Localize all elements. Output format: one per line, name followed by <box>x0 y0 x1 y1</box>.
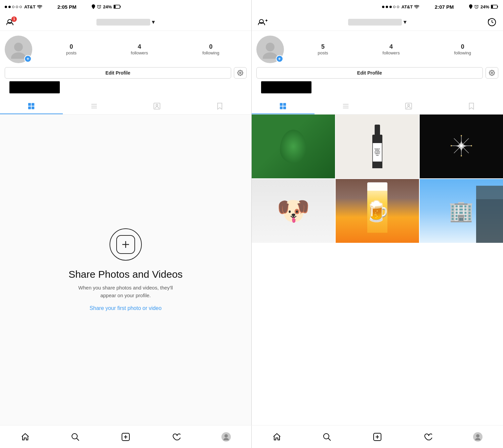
right-profile-section: + 5 posts 4 followers 0 follo <box>252 31 503 99</box>
left-username-text <box>96 19 150 26</box>
right-bottom-nav <box>252 425 503 448</box>
photo-fireworks[interactable] <box>420 115 503 178</box>
svg-point-63 <box>475 438 480 440</box>
left-posts-stat[interactable]: 0 posts <box>66 43 77 55</box>
right-nav-heart[interactable] <box>403 425 453 448</box>
left-dropdown-chevron: ▾ <box>152 19 155 25</box>
right-tab-grid[interactable] <box>252 99 315 114</box>
grid-icon-right <box>279 102 287 110</box>
right-tab-bar <box>252 99 503 115</box>
svg-point-21 <box>416 8 417 9</box>
rdot1 <box>382 6 384 8</box>
left-nav-search[interactable] <box>50 425 101 448</box>
left-name-bar <box>9 81 60 93</box>
left-nav-profile[interactable] <box>201 425 251 448</box>
right-nav-home[interactable] <box>252 425 302 448</box>
right-signal-icons: AT&T <box>382 4 420 9</box>
svg-point-55 <box>224 434 228 438</box>
left-nav-avatar <box>221 432 231 442</box>
right-right-status: 24% <box>469 4 498 9</box>
left-followers-count: 4 <box>138 43 141 50</box>
right-nav-bar: ▾ <box>252 13 503 31</box>
location-icon-left <box>92 4 95 9</box>
svg-rect-13 <box>32 106 34 109</box>
left-profile-top: + 0 posts 4 followers 0 follo <box>5 36 247 63</box>
right-followers-stat[interactable]: 4 followers <box>382 43 400 55</box>
add-user-button-right[interactable] <box>256 16 269 29</box>
right-name-bar <box>261 81 311 93</box>
heart-icon-left <box>172 433 180 441</box>
dot1 <box>5 6 7 8</box>
right-nav-add[interactable] <box>352 425 403 448</box>
right-profile-buttons: Edit Profile <box>256 67 499 79</box>
rdot2 <box>386 6 388 8</box>
svg-point-7 <box>14 43 23 51</box>
svg-point-0 <box>39 8 40 9</box>
svg-rect-11 <box>32 103 34 106</box>
right-tab-tagged[interactable] <box>377 99 440 114</box>
photo-building[interactable] <box>420 179 503 243</box>
svg-point-8 <box>11 52 26 59</box>
right-avatar-add-button[interactable]: + <box>276 55 283 62</box>
svg-point-30 <box>263 52 278 59</box>
right-posts-stat[interactable]: 5 posts <box>318 43 328 55</box>
left-following-label: following <box>202 50 219 55</box>
right-avatar-wrap: + <box>256 36 284 63</box>
right-posts-count: 5 <box>321 43 325 50</box>
add-icon-left <box>121 433 130 441</box>
gear-icon-left <box>237 70 243 76</box>
left-tab-grid[interactable] <box>0 99 63 114</box>
person-tag-icon-right <box>405 102 412 110</box>
left-settings-button[interactable] <box>234 67 247 79</box>
right-nav-search[interactable] <box>302 425 352 448</box>
right-following-stat[interactable]: 0 following <box>454 43 471 55</box>
photo-bottle[interactable]: TICKETYBREWJASMINEGREEN TEA <box>336 115 419 178</box>
plus-icon <box>121 240 130 249</box>
left-nav-heart[interactable] <box>151 425 201 448</box>
right-tab-list[interactable] <box>315 99 377 114</box>
left-edit-profile-button[interactable]: Edit Profile <box>5 67 231 79</box>
svg-point-50 <box>72 434 77 439</box>
left-following-count: 0 <box>209 43 212 50</box>
left-phone-panel: AT&T 2:05 PM 24% <box>0 0 251 425</box>
svg-point-31 <box>491 72 493 74</box>
right-edit-profile-button[interactable]: Edit Profile <box>256 67 483 79</box>
left-username-dropdown[interactable]: ▾ <box>96 19 155 26</box>
right-photo-content: TICKETYBREWJASMINEGREEN TEA <box>252 115 503 425</box>
left-nav-bar: 1 ▾ <box>0 13 251 31</box>
left-avatar-add-button[interactable]: + <box>24 55 32 62</box>
left-nav-home[interactable] <box>0 425 50 448</box>
right-username-dropdown[interactable]: ▾ <box>348 19 406 26</box>
photo-dog[interactable]: 🐶 <box>252 179 335 243</box>
left-following-stat[interactable]: 0 following <box>202 43 219 55</box>
photo-beer[interactable] <box>336 179 419 243</box>
right-status-bar: AT&T 2:07 PM 24% <box>252 0 503 13</box>
rdot5 <box>397 6 399 8</box>
right-nav-profile[interactable] <box>453 425 503 448</box>
share-first-photo-link[interactable]: Share your first photo or video <box>90 305 162 311</box>
left-tab-saved[interactable] <box>188 99 251 114</box>
left-tab-list[interactable] <box>63 99 126 114</box>
photo-egg[interactable] <box>252 115 335 178</box>
left-followers-stat[interactable]: 4 followers <box>131 43 148 55</box>
svg-point-45 <box>460 144 463 147</box>
svg-rect-24 <box>491 5 493 8</box>
add-user-button-left[interactable]: 1 <box>5 16 17 29</box>
grid-icon-left <box>28 102 35 110</box>
wifi-icon-right <box>414 5 419 9</box>
right-phone-panel: AT&T 2:07 PM 24% <box>252 0 503 425</box>
left-nav-add[interactable] <box>100 425 151 448</box>
bookmark-icon-left <box>217 102 223 110</box>
left-tab-tagged[interactable] <box>126 99 188 114</box>
history-button-right[interactable] <box>486 16 498 29</box>
right-tab-saved[interactable] <box>440 99 503 114</box>
right-following-count: 0 <box>461 43 464 50</box>
rdot4 <box>393 6 395 8</box>
right-settings-button[interactable] <box>486 67 498 79</box>
search-icon-left <box>71 433 80 441</box>
svg-line-44 <box>454 138 469 153</box>
svg-rect-32 <box>280 103 283 106</box>
svg-point-9 <box>239 72 241 74</box>
share-inner-box <box>116 235 135 254</box>
person-tag-icon-left <box>153 102 161 110</box>
